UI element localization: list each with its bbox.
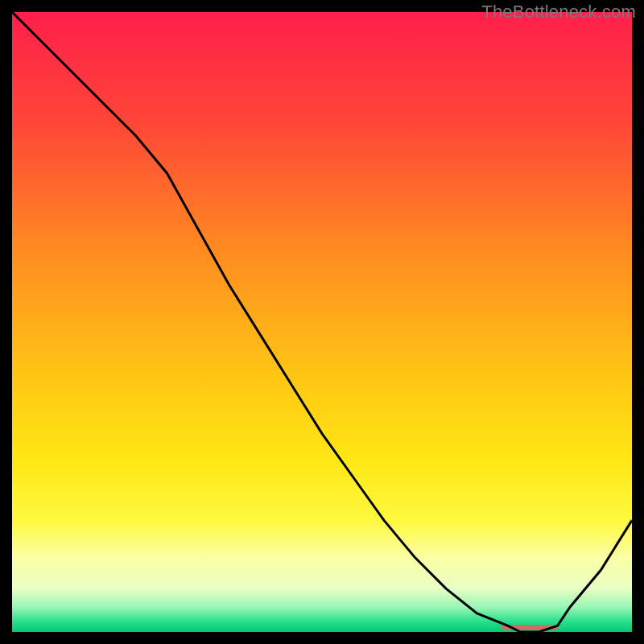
watermark-text: TheBottleneck.com (481, 2, 636, 23)
bottleneck-curve-plot (12, 12, 632, 632)
chart-frame (12, 12, 632, 632)
